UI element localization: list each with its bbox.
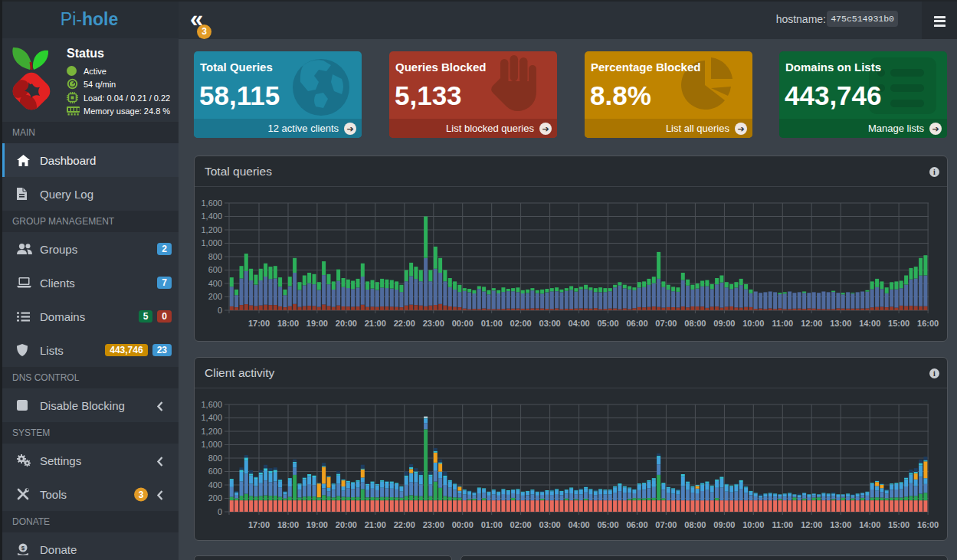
svg-text:09:00: 09:00 [713, 520, 735, 529]
svg-text:09:00: 09:00 [713, 319, 735, 328]
svg-text:15:00: 15:00 [888, 319, 909, 328]
svg-text:1,600: 1,600 [201, 198, 222, 208]
svg-text:19:00: 19:00 [306, 319, 328, 328]
svg-text:14:00: 14:00 [859, 319, 880, 328]
svg-text:10:00: 10:00 [742, 319, 764, 328]
svg-text:05:00: 05:00 [597, 319, 618, 328]
svg-text:1,000: 1,000 [201, 440, 222, 449]
svg-text:21:00: 21:00 [365, 520, 386, 529]
svg-text:12:00: 12:00 [801, 520, 822, 529]
svg-text:17:00: 17:00 [248, 520, 270, 529]
svg-text:15:00: 15:00 [888, 520, 909, 529]
svg-text:08:00: 08:00 [684, 319, 706, 328]
svg-text:800: 800 [208, 252, 222, 261]
svg-text:12:00: 12:00 [801, 319, 822, 328]
svg-text:200: 200 [208, 493, 222, 503]
svg-text:14:00: 14:00 [859, 520, 880, 529]
svg-text:04:00: 04:00 [569, 520, 590, 529]
svg-text:23:00: 23:00 [423, 319, 444, 328]
svg-text:20:00: 20:00 [336, 520, 357, 529]
svg-text:22:00: 22:00 [394, 520, 415, 529]
svg-text:16:00: 16:00 [917, 319, 939, 328]
svg-text:200: 200 [208, 292, 222, 301]
svg-text:16:00: 16:00 [917, 520, 939, 529]
svg-text:400: 400 [208, 279, 222, 288]
svg-text:00:00: 00:00 [452, 520, 474, 529]
svg-text:0: 0 [218, 306, 222, 315]
svg-text:11:00: 11:00 [772, 319, 794, 328]
svg-text:1,200: 1,200 [201, 427, 222, 436]
svg-text:07:00: 07:00 [655, 520, 677, 529]
svg-text:20:00: 20:00 [336, 319, 357, 328]
svg-text:800: 800 [208, 454, 222, 463]
svg-text:07:00: 07:00 [655, 319, 677, 328]
svg-text:600: 600 [208, 467, 222, 476]
svg-text:22:00: 22:00 [394, 319, 415, 328]
svg-text:23:00: 23:00 [423, 520, 444, 529]
svg-text:03:00: 03:00 [539, 319, 561, 328]
svg-text:400: 400 [208, 480, 222, 490]
svg-text:04:00: 04:00 [569, 319, 590, 328]
svg-text:13:00: 13:00 [830, 520, 851, 529]
svg-text:19:00: 19:00 [306, 520, 328, 529]
svg-text:18:00: 18:00 [277, 520, 299, 529]
svg-text:05:00: 05:00 [597, 520, 618, 529]
svg-text:13:00: 13:00 [830, 319, 851, 328]
svg-text:06:00: 06:00 [626, 520, 647, 529]
svg-text:0: 0 [218, 507, 222, 516]
svg-text:1,400: 1,400 [201, 211, 222, 221]
svg-text:10:00: 10:00 [742, 520, 764, 529]
svg-text:$: $ [21, 545, 25, 552]
svg-text:01:00: 01:00 [481, 319, 503, 328]
svg-text:21:00: 21:00 [365, 319, 386, 328]
svg-text:02:00: 02:00 [510, 319, 532, 328]
svg-text:11:00: 11:00 [772, 520, 794, 529]
svg-text:03:00: 03:00 [539, 520, 561, 529]
svg-text:02:00: 02:00 [510, 520, 532, 529]
svg-text:1,600: 1,600 [201, 400, 222, 409]
svg-text:1,400: 1,400 [201, 413, 222, 422]
svg-text:00:00: 00:00 [452, 319, 474, 328]
svg-text:17:00: 17:00 [248, 319, 270, 328]
svg-text:600: 600 [208, 265, 222, 274]
svg-text:1,000: 1,000 [201, 238, 222, 247]
svg-text:01:00: 01:00 [481, 520, 503, 529]
svg-text:08:00: 08:00 [684, 520, 706, 529]
svg-text:18:00: 18:00 [277, 319, 299, 328]
svg-text:1,200: 1,200 [201, 225, 222, 234]
svg-text:06:00: 06:00 [626, 319, 647, 328]
